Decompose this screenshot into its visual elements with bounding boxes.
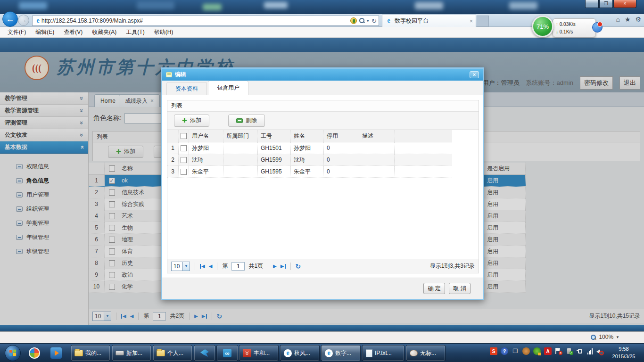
plus-icon: ✚ [182,117,187,124]
taskbar-button-label: 无标... [420,349,436,357]
quicklaunch-browser-icon[interactable] [27,346,41,360]
dialog-pagination-bar: 10▼ ◀ ◀ 第 共1页 ▶ ▶ ↻ 显示1到3,共3记录 [167,259,479,273]
taskbar-button-ie-qiufeng[interactable]: e 秋风... [280,345,320,361]
settings-gear-icon[interactable]: ⚙ [635,16,641,23]
taskbar-button-new-volume[interactable]: 新加... [112,345,151,361]
checkbox-icon[interactable] [181,145,187,151]
tab-title[interactable]: 数字校园平台 [395,17,467,25]
department-header[interactable]: 所属部门 [223,130,258,142]
search-icon[interactable] [359,18,365,24]
department-cell [223,142,258,154]
taskbar-button-bird-app[interactable] [194,345,215,361]
page-number-input[interactable] [231,262,245,271]
speedball-percent[interactable]: 71% [532,16,553,37]
next-page-button[interactable]: ▶ [273,263,277,269]
refresh-icon[interactable]: ↻ [296,263,301,270]
forward-button[interactable]: → [18,15,29,26]
taskbar-button-ie-digital-campus[interactable]: e 数字... [321,345,361,361]
compatibility-view-icon[interactable] [350,17,357,24]
favorites-star-icon[interactable]: ★ [625,16,631,23]
taskbar-button-loop-app[interactable]: ∞ [216,345,238,361]
start-button[interactable] [5,345,21,361]
description-header[interactable]: 描述 [359,130,395,142]
url-text[interactable]: http://182.254.158.170:8099/Main.aspx# [41,17,349,24]
row-checkbox[interactable] [179,166,189,177]
tab-included-users[interactable]: 包含用户 [208,81,248,95]
row-checkbox[interactable] [179,142,189,154]
maximize-button[interactable]: ❐ [599,0,613,8]
taskbar-button-notepad[interactable]: IP.txt... [362,345,405,361]
select-all-checkbox[interactable] [179,130,189,142]
search-dropdown-icon[interactable]: ▼ [366,19,370,23]
user-row[interactable]: 3 朱金平 GH1595 朱金平 0 [167,166,452,178]
last-page-button[interactable]: ▶ [281,263,286,269]
close-button[interactable]: × [613,0,636,8]
delete-user-button[interactable]: 删除 [228,115,265,127]
taskbar-clock[interactable]: 9:58 2015/3/25 [605,345,642,360]
new-tab-stub[interactable] [477,16,489,27]
user-row[interactable]: 2 沈琦 GH1599 沈琦 0 [167,154,452,166]
taskbar-button-fenghe[interactable]: ♉ 丰和... [239,345,279,361]
tray-usb-icon[interactable]: ✓ [566,347,573,355]
zoom-dropdown-icon[interactable]: ▼ [616,335,619,339]
bull-icon: ♉ [243,349,251,357]
tray-secure-globe-icon[interactable] [533,347,541,355]
ok-button[interactable]: 确 定 [423,283,445,294]
zoom-control[interactable]: 100% ▼ [590,334,619,340]
row-checkbox[interactable] [179,154,189,165]
upload-speed: 0.03K/s [560,22,576,27]
menu-view[interactable]: 查看(V) [60,27,86,38]
menu-help[interactable]: 帮助(H) [150,27,177,38]
tray-network-signal-icon[interactable] [587,348,593,354]
fullname-header[interactable]: 姓名 [291,130,324,142]
back-button[interactable]: ← [2,11,18,27]
tray-volume-muted-icon[interactable] [596,347,603,355]
tab-basic-info[interactable]: 资本资料 [166,82,207,95]
dialog-close-icon[interactable]: × [470,71,479,78]
edit-icon [166,72,172,77]
disabled-cell: 0 [324,166,359,177]
tray-help-icon[interactable]: ? [501,347,508,355]
prev-page-button[interactable]: ◀ [209,263,213,269]
taskbar-button-personal-folder[interactable]: 个人... [153,345,192,361]
first-page-button[interactable]: ◀ [200,263,205,269]
checkbox-icon[interactable] [181,169,187,175]
wallpaper-blob [509,2,537,9]
menu-tools[interactable]: 工具(T) [122,27,148,38]
menu-edit[interactable]: 编辑(E) [32,27,58,38]
tray-expand-icon[interactable]: ❐ [512,347,519,355]
zoom-level[interactable]: 100% [599,334,613,340]
disabled-header[interactable]: 停用 [324,130,359,142]
checkbox-icon[interactable] [181,157,187,163]
taskbar-button-paint[interactable]: 无标... [406,345,446,361]
wallpaper-blob [264,2,288,8]
speedball-notification-icon[interactable] [592,22,603,33]
wallpaper-blob [19,2,47,9]
minimize-button[interactable]: — [585,0,599,8]
browser-tab[interactable]: e 数字校园平台 × [382,15,476,27]
department-cell [223,166,258,177]
cancel-button[interactable]: 取 消 [449,283,471,294]
tray-sogou-icon[interactable]: S [490,347,497,355]
add-user-button[interactable]: ✚添加 [174,115,209,127]
page-size-select[interactable]: 10▼ [171,262,190,271]
menu-file[interactable]: 文件(F) [4,27,30,38]
address-bar[interactable]: e http://182.254.158.170:8099/Main.aspx#… [32,16,379,26]
paint-palette-icon [410,350,418,356]
tab-close-icon[interactable]: × [470,18,473,25]
tray-adobe-icon[interactable]: A [544,347,552,355]
menu-favorites[interactable]: 收藏夹(A) [88,27,120,38]
refresh-icon[interactable]: ↻ [372,17,377,25]
user-row[interactable]: 1 孙梦阳 GH1501 孙梦阳 0 [167,142,452,154]
tray-action-center-flag-icon[interactable]: × [555,347,562,355]
checkbox-icon[interactable] [181,133,187,139]
employee-id-header[interactable]: 工号 [258,130,291,142]
dialog-tabbar: 资本资料 包含用户 [162,81,483,95]
home-icon[interactable]: ⌂ [616,16,619,23]
dialog-titlebar[interactable]: 编辑 × [162,69,483,81]
taskbar-button-my-computer[interactable]: 我的... [71,345,110,361]
username-header[interactable]: 用户名 [189,130,223,142]
tray-reminder-bull-icon[interactable] [522,347,530,355]
tray-power-plug-icon[interactable] [577,347,584,355]
quicklaunch-media-player-icon[interactable] [49,346,63,360]
